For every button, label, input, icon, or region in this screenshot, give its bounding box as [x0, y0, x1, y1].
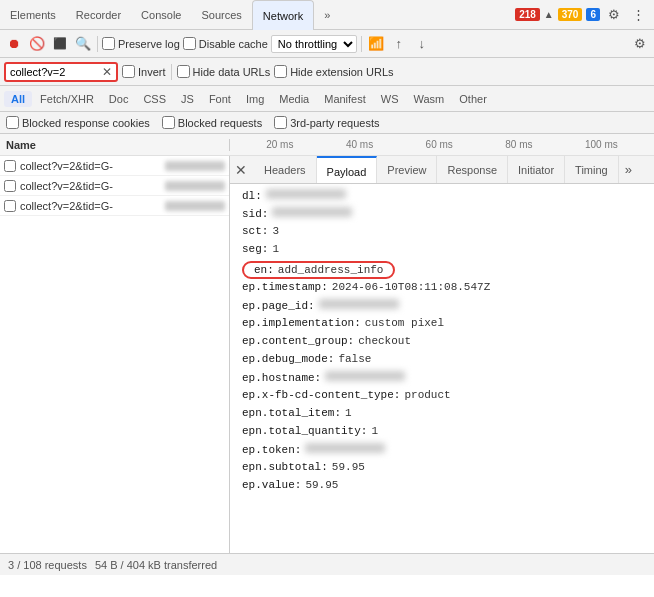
name-column-header: Name: [0, 139, 230, 151]
list-item: ep.debug_mode: false: [230, 352, 654, 370]
timeline-tick: 40 ms: [346, 139, 373, 150]
list-item: ep.token:: [230, 442, 654, 460]
filter-tab-wasm[interactable]: Wasm: [407, 91, 452, 107]
info-badge: 6: [586, 8, 600, 21]
tab-headers[interactable]: Headers: [254, 156, 317, 184]
tab-initiator[interactable]: Initiator: [508, 156, 565, 184]
timeline-tick: 60 ms: [426, 139, 453, 150]
devtools-tab-bar: Elements Recorder Console Sources Networ…: [0, 0, 654, 30]
list-item: ep.hostname:: [230, 370, 654, 388]
settings-icon[interactable]: ⚙: [604, 5, 624, 25]
tab-sources[interactable]: Sources: [191, 0, 251, 30]
filter-tab-all[interactable]: All: [4, 91, 32, 107]
error-badge: 218: [515, 8, 540, 21]
status-bar: 3 / 108 requests 54 B / 404 kB transferr…: [0, 553, 654, 575]
filter-tab-doc[interactable]: Doc: [102, 91, 136, 107]
filter-tab-other[interactable]: Other: [452, 91, 494, 107]
filter-tabs: AllFetch/XHRDocCSSJSFontImgMediaManifest…: [0, 86, 654, 112]
sep2: [361, 36, 362, 52]
filter-tab-media[interactable]: Media: [272, 91, 316, 107]
disable-cache-checkbox[interactable]: Disable cache: [183, 37, 268, 50]
list-item: seg: 1: [230, 242, 654, 260]
list-item: sct: 3: [230, 224, 654, 242]
search-box: ✕: [4, 62, 118, 82]
wifi-icon[interactable]: 📶: [366, 34, 386, 54]
table-row[interactable]: collect?v=2&tid=G-: [0, 156, 229, 176]
highlight-payload-row: en: add_address_info: [242, 261, 395, 279]
request-list: collect?v=2&tid=G- collect?v=2&tid=G- co…: [0, 156, 230, 553]
filter-tab-ws[interactable]: WS: [374, 91, 406, 107]
close-panel-button[interactable]: ✕: [232, 161, 250, 179]
filter-tab-fetch/xhr[interactable]: Fetch/XHR: [33, 91, 101, 107]
list-item: ep.timestamp: 2024-06-10T08:11:08.547Z: [230, 280, 654, 298]
list-item: ep.implementation: custom pixel: [230, 316, 654, 334]
third-party-checkbox[interactable]: 3rd-party requests: [274, 116, 379, 129]
clear-icon[interactable]: 🚫: [27, 34, 47, 54]
blocked-row: Blocked response cookies Blocked request…: [0, 112, 654, 134]
hide-data-urls-checkbox[interactable]: Hide data URLs: [177, 65, 271, 78]
clear-search-icon[interactable]: ✕: [102, 65, 112, 79]
search-bar: ✕ Invert Hide data URLs Hide extension U…: [0, 58, 654, 86]
throttle-select[interactable]: No throttlingFast 3GSlow 3GOffline: [271, 35, 357, 53]
list-item: sid:: [230, 206, 654, 224]
filter-icon[interactable]: ⬛: [50, 34, 70, 54]
timeline-ticks: 20 ms40 ms60 ms80 ms100 ms: [230, 139, 654, 150]
tab-more[interactable]: »: [314, 0, 340, 30]
tab-recorder[interactable]: Recorder: [66, 0, 131, 30]
filter-tab-css[interactable]: CSS: [136, 91, 173, 107]
panel-tabs: ✕ Headers Payload Preview Response Initi…: [230, 156, 654, 184]
upload-icon[interactable]: ↑: [389, 34, 409, 54]
list-item: epn.subtotal: 59.95: [230, 460, 654, 478]
timeline-tick: 100 ms: [585, 139, 618, 150]
tab-payload[interactable]: Payload: [317, 156, 378, 184]
top-tab-badges: 218 ▲ 370 6 ⚙ ⋮: [515, 5, 654, 25]
search-input[interactable]: [10, 66, 100, 78]
invert-checkbox[interactable]: Invert: [122, 65, 166, 78]
detail-panel: ✕ Headers Payload Preview Response Initi…: [230, 156, 654, 553]
list-item: ep.content_group: checkout: [230, 334, 654, 352]
tab-preview[interactable]: Preview: [377, 156, 437, 184]
blocked-requests-checkbox[interactable]: Blocked requests: [162, 116, 262, 129]
filter-tab-img[interactable]: Img: [239, 91, 271, 107]
table-row[interactable]: collect?v=2&tid=G-: [0, 176, 229, 196]
tab-more-icon[interactable]: »: [619, 162, 638, 177]
list-item: epn.total_item: 1: [230, 406, 654, 424]
timeline-tick: 20 ms: [266, 139, 293, 150]
payload-content: dl: sid: sct: 3seg: 1en: add_address_inf…: [230, 184, 654, 553]
tab-timing[interactable]: Timing: [565, 156, 619, 184]
filter-tab-font[interactable]: Font: [202, 91, 238, 107]
blocked-cookies-checkbox[interactable]: Blocked response cookies: [6, 116, 150, 129]
hide-ext-urls-checkbox[interactable]: Hide extension URLs: [274, 65, 393, 78]
record-icon[interactable]: ⏺: [4, 34, 24, 54]
request-count: 3 / 108 requests: [8, 559, 87, 571]
timeline-tick: 80 ms: [505, 139, 532, 150]
more-options-icon[interactable]: ⋮: [628, 5, 648, 25]
list-item: ep.page_id:: [230, 298, 654, 316]
table-row[interactable]: collect?v=2&tid=G-: [0, 196, 229, 216]
filter-tab-js[interactable]: JS: [174, 91, 201, 107]
tab-elements[interactable]: Elements: [0, 0, 66, 30]
tab-network[interactable]: Network: [252, 0, 314, 30]
list-item: dl:: [230, 188, 654, 206]
list-item: epn.total_quantity: 1: [230, 424, 654, 442]
tab-response[interactable]: Response: [437, 156, 508, 184]
sep1: [97, 36, 98, 52]
data-transferred: 54 B / 404 kB transferred: [95, 559, 217, 571]
devtools-settings-icon[interactable]: ⚙: [630, 34, 650, 54]
tab-console[interactable]: Console: [131, 0, 191, 30]
filter-tab-manifest[interactable]: Manifest: [317, 91, 373, 107]
search-icon[interactable]: 🔍: [73, 34, 93, 54]
network-ctrl-bar: ⏺ 🚫 ⬛ 🔍 Preserve log Disable cache No th…: [0, 30, 654, 58]
main-area: collect?v=2&tid=G- collect?v=2&tid=G- co…: [0, 156, 654, 553]
preserve-log-checkbox[interactable]: Preserve log: [102, 37, 180, 50]
list-item: en: add_address_info: [230, 260, 654, 280]
warning-badge: 370: [558, 8, 583, 21]
list-item: ep.value: 59.95: [230, 478, 654, 496]
list-item: ep.x-fb-cd-content_type: product: [230, 388, 654, 406]
timeline-header: Name 20 ms40 ms60 ms80 ms100 ms: [0, 134, 654, 156]
download-icon[interactable]: ↓: [412, 34, 432, 54]
sep3: [171, 64, 172, 80]
